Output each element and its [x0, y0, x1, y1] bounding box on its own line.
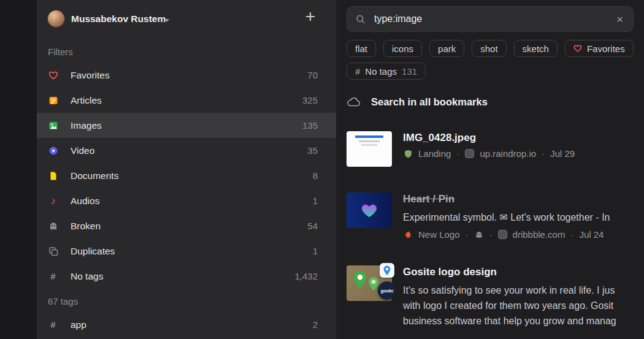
bookmark-thumbnail[interactable] — [347, 192, 392, 228]
user-name[interactable]: Mussabekov Rustem — [71, 13, 166, 25]
sidebar-item-count: 135 — [302, 120, 318, 131]
bookmark-item[interactable]: gosite Gosite logo design It's so satisf… — [347, 265, 644, 329]
clear-icon[interactable]: × — [615, 13, 624, 25]
chip-flat[interactable]: flat — [347, 40, 376, 57]
sidebar-item-label: Favorites — [71, 70, 110, 81]
map-pin-icon — [352, 270, 368, 290]
chip-shot[interactable]: shot — [472, 40, 506, 57]
bookmark-description-line: with logo I created for them two years a… — [403, 298, 644, 313]
bookmark-item[interactable]: IMG_0428.jpeg Landing · up.raindrop.io ·… — [347, 131, 644, 167]
sidebar-item-label: Duplicates — [71, 246, 115, 257]
cloud-icon — [347, 97, 361, 108]
bookmark-domain[interactable]: up.raindrop.io — [480, 148, 536, 159]
bookmark-description-line: It's so satisfying to see your work in r… — [403, 283, 644, 298]
sidebar-item-label: Images — [71, 120, 102, 131]
sidebar-item-count: 70 — [307, 70, 318, 80]
chip-sketch[interactable]: sketch — [514, 40, 558, 57]
chip-label: icons — [392, 44, 413, 54]
sidebar-item-articles[interactable]: Articles 325 — [37, 88, 336, 113]
blue-pin-icon — [380, 263, 394, 278]
tag-chips: flat icons park shot sketch Favorites # … — [347, 40, 634, 80]
bookmark-domain[interactable]: dribbble.com — [513, 229, 565, 240]
chip-count: 131 — [402, 66, 417, 77]
gosite-badge-label: gosite — [381, 289, 394, 293]
bookmark-item[interactable]: Heart / Pin Experimental symbol. ✉ Let's… — [347, 192, 644, 240]
flame-collection-icon — [403, 230, 413, 240]
chip-no-tags[interactable]: # No tags 131 — [347, 63, 426, 80]
bookmark-title: IMG_0428.jpeg — [403, 132, 644, 144]
bookmark-content: IMG_0428.jpeg Landing · up.raindrop.io ·… — [403, 131, 644, 167]
bookmark-content: Heart / Pin Experimental symbol. ✉ Let's… — [403, 192, 644, 240]
gradient-heart-icon — [360, 202, 378, 219]
chip-label: shot — [480, 44, 497, 54]
chip-park[interactable]: park — [429, 40, 464, 57]
bookmark-thumbnail[interactable] — [347, 131, 392, 167]
sidebar-item-count: 1,432 — [294, 271, 318, 281]
chevron-down-icon — [164, 19, 169, 22]
broken-icon — [48, 221, 58, 231]
search-all-label: Search in all bookmarks — [371, 96, 488, 108]
sidebar-item-images[interactable]: Images 135 — [37, 113, 336, 138]
sidebar-item-count: 325 — [302, 95, 318, 105]
chip-label: Favorites — [587, 44, 625, 54]
add-button[interactable]: + — [304, 7, 316, 26]
hash-icon: # — [48, 319, 58, 330]
broken-link-icon — [474, 230, 484, 240]
chip-favorites[interactable]: Favorites — [565, 40, 634, 57]
app-window: Mussabekov Rustem + Filters Favorites 70… — [0, 0, 644, 339]
heart-icon — [573, 44, 582, 53]
sidebar-nav: Favorites 70 Articles 325 Images 135 — [37, 63, 336, 289]
bookmark-title: Heart / Pin — [403, 193, 644, 205]
bookmark-title: Gosite logo design — [403, 266, 644, 278]
sidebar-item-duplicates[interactable]: Duplicates 1 — [37, 238, 336, 264]
sidebar-item-documents[interactable]: Documents 8 — [37, 163, 336, 188]
window-edge — [0, 0, 37, 339]
search-all-bookmarks[interactable]: Search in all bookmarks — [347, 96, 634, 108]
tags-section-label: 67 tags — [37, 289, 336, 312]
meta-separator: · — [466, 229, 469, 240]
bookmark-content: Gosite logo design It's so satisfying to… — [403, 265, 644, 329]
heart-icon — [48, 70, 58, 80]
chip-icons[interactable]: icons — [383, 40, 422, 57]
sidebar-item-tag-app[interactable]: # app 2 — [37, 312, 336, 337]
bookmark-description: Experimental symbol. ✉ Let's work togeth… — [403, 210, 644, 225]
sidebar-header: Mussabekov Rustem + — [37, 0, 336, 39]
sidebar-item-count: 1 — [313, 196, 318, 206]
sidebar-item-count: 1 — [313, 246, 318, 256]
avatar[interactable] — [48, 10, 64, 27]
collection-name[interactable]: New Logo — [418, 229, 460, 240]
sidebar-item-broken[interactable]: Broken 54 — [37, 213, 336, 238]
site-favicon-icon — [465, 149, 474, 158]
chip-label: No tags — [365, 66, 397, 77]
duplicates-icon — [48, 246, 58, 256]
sidebar-item-count: 35 — [307, 145, 318, 156]
hash-icon: # — [355, 66, 360, 77]
bookmark-description-line: business software that help you grow and… — [403, 313, 644, 329]
search-icon — [356, 14, 366, 24]
article-icon — [48, 95, 58, 105]
chip-label: flat — [355, 44, 367, 54]
bookmark-date: Jul 29 — [550, 148, 575, 159]
main-panel: × flat icons park shot sketch Favorites … — [336, 0, 644, 339]
site-favicon-icon — [498, 230, 507, 239]
hash-icon: # — [48, 271, 58, 281]
sidebar-item-label: Articles — [71, 95, 102, 106]
bookmark-date: Jul 24 — [579, 229, 604, 240]
sidebar-item-favorites[interactable]: Favorites 70 — [37, 63, 336, 88]
search-input[interactable] — [373, 13, 615, 25]
sidebar-item-audios[interactable]: ♪ Audios 1 — [37, 188, 336, 213]
sidebar-item-label: Documents — [71, 170, 118, 181]
sidebar-item-video[interactable]: Video 35 — [37, 138, 336, 163]
sidebar-item-count: 2 — [313, 319, 318, 330]
search-bar[interactable]: × — [347, 6, 634, 32]
bookmark-thumbnail[interactable]: gosite — [347, 265, 392, 301]
sidebar-item-label: app — [71, 319, 86, 330]
collection-name[interactable]: Landing — [418, 148, 451, 159]
bookmark-meta: Landing · up.raindrop.io · Jul 29 — [403, 148, 644, 159]
meta-separator: · — [456, 148, 459, 159]
video-icon — [48, 145, 58, 156]
bookmark-meta: New Logo · · dribbble.com · Jul 24 — [403, 229, 644, 240]
sidebar-item-no-tags[interactable]: # No tags 1,432 — [37, 264, 336, 289]
sidebar-item-label: No tags — [71, 271, 103, 282]
image-icon — [48, 120, 58, 131]
